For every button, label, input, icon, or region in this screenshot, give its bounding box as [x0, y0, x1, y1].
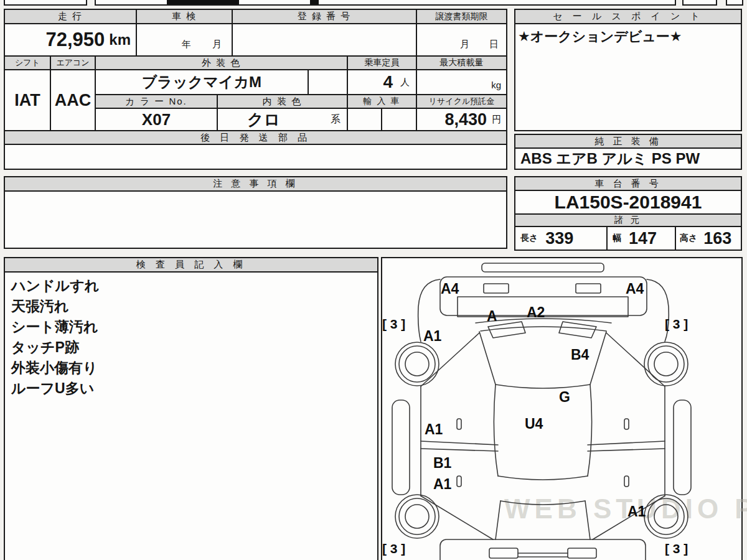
notes-box: 注 意 事 項 欄 [4, 176, 507, 249]
inspector-note-line: 外装小傷有り [11, 358, 371, 378]
interior-color-value: クロ [218, 109, 309, 130]
shift-value: IAT [5, 70, 51, 131]
later-parts-cell [5, 145, 506, 169]
transfer-deadline-cell: 月 日 [417, 24, 506, 57]
clipped-top-row-cell [4, 0, 87, 6]
clipped-top-row-cell [682, 0, 717, 6]
damage-label-g: G [559, 389, 570, 406]
side-sill-left [392, 400, 410, 495]
headlight-left [484, 284, 509, 293]
side-sill-right [674, 400, 691, 495]
headlight-right [576, 284, 601, 293]
sales-point-box: セ ー ル ス ポ イ ン ト ★オークションデビュー★ [514, 9, 742, 131]
wheel-front-left [405, 352, 429, 376]
rear-window [498, 476, 588, 505]
front-bumper-strip [482, 263, 604, 272]
spec-height-value: 163 [703, 229, 731, 248]
clipped-text-fragment [310, 0, 319, 4]
interior-color-cell: クロ 系 [218, 109, 348, 131]
sales-point-header: セ ー ル ス ポ イ ン ト [515, 10, 741, 24]
interior-color-header: 内 装 色 [218, 95, 348, 109]
capacity-unit: 人 [400, 77, 410, 88]
inspector-header: 検 査 員 記 入 欄 [5, 258, 377, 273]
mileage-unit: km [109, 31, 131, 49]
aircon-header: エアコン [51, 57, 96, 70]
wheel-front-left [395, 342, 439, 386]
damage-label-b4: B4 [571, 347, 589, 363]
wheel-front-right [644, 342, 688, 386]
taillight-right [568, 548, 596, 558]
damage-label-a: A [487, 308, 497, 325]
wheel-front-right [654, 352, 678, 376]
spec-width-cell: 幅 147 [608, 227, 676, 250]
spec-height-label: 高さ [680, 233, 697, 244]
color-no-value: X07 [96, 109, 218, 131]
corner-grade-front-right: [ 3 ] [665, 317, 688, 332]
clipped-top-row-cell [726, 0, 743, 6]
shaken-month-suffix: 月 [212, 39, 222, 50]
shift-header: シフト [5, 57, 51, 70]
wheel-front-left [399, 346, 435, 382]
cowl-panel-right [559, 322, 596, 338]
damage-label-u4: U4 [525, 416, 543, 432]
wheel-rear-right [644, 495, 688, 538]
recycle-fee-cell: 8,430 円 [417, 109, 506, 131]
wheel-rear-left [395, 495, 439, 538]
recycle-fee-value: 8,430 [444, 110, 487, 129]
damage-label-a2: A2 [527, 304, 545, 321]
capacity-header: 乗車定員 [348, 57, 417, 70]
hatch-sides [496, 501, 590, 539]
corner-grade-front-left: [ 3 ] [382, 317, 405, 332]
transfer-month-suffix: 月 [460, 39, 469, 50]
transfer-day-suffix: 日 [489, 39, 499, 50]
interior-color-suffix: 系 [331, 113, 341, 126]
front-fender-right [647, 279, 669, 342]
damage-label-b1: B1 [433, 455, 451, 472]
transfer-deadline-header: 譲渡書類期限 [417, 10, 506, 24]
door-handle [457, 476, 461, 487]
genuine-equipment-value: ABS エアB アルミ PS PW [515, 149, 741, 169]
inspector-note-line: ルーフU多い [11, 378, 371, 399]
sales-point-value: ★オークションデビュー★ [515, 24, 741, 130]
max-load-header: 最大積載量 [417, 57, 506, 70]
wheel-front-right [648, 346, 684, 382]
clipped-text-fragment [167, 0, 239, 4]
notes-cell [5, 192, 506, 248]
chassis-specs-box: 車 台 番 号 LA150S-2018941 諸 元 長さ 339 幅 147 … [514, 176, 742, 251]
door-handle [624, 419, 629, 429]
corner-grade-rear-right: [ 3 ] [665, 541, 688, 556]
wheel-rear-left [399, 498, 435, 534]
chassis-header: 車 台 番 号 [515, 177, 741, 191]
exterior-color-header: 外 装 色 [96, 57, 348, 70]
shaken-cell: 年 月 [137, 24, 233, 57]
import-subcell-1 [348, 109, 382, 131]
door-handle [624, 476, 629, 487]
import-subcell-2 [382, 109, 417, 131]
color-no-header: カ ラ ー No. [96, 95, 218, 109]
genuine-equipment-box: 純 正 装 備 ABS エアB アルミ PS PW [514, 134, 742, 170]
spec-width-label: 幅 [613, 233, 621, 244]
wheel-rear-left [405, 505, 429, 528]
wheel-rear-right [654, 505, 678, 528]
inspector-note-line: 天張汚れ [11, 296, 371, 317]
damage-label-a1-front-door: A1 [425, 421, 443, 438]
taillight-left [489, 548, 518, 558]
damage-label-a1-rear-door: A1 [433, 476, 451, 493]
spec-width-value: 147 [629, 229, 657, 248]
wheel-rear-right [648, 498, 684, 534]
damage-diagram-box: WEB STUDIO PRO [381, 257, 743, 560]
car-top-view-diagram [382, 258, 741, 560]
notes-header: 注 意 事 項 欄 [5, 177, 506, 192]
mileage-cell: 72,950 km [5, 24, 137, 57]
mileage-value: 72,950 [45, 29, 105, 51]
inspector-note-line: シート薄汚れ [11, 317, 371, 337]
spec-height-cell: 高さ 163 [676, 227, 741, 250]
chassis-value: LA150S-2018941 [515, 191, 741, 215]
registration-header: 登 録 番 号 [233, 10, 417, 24]
damage-label-a1-front-fender: A1 [423, 328, 441, 345]
inspector-note-line: タッチP跡 [11, 337, 371, 358]
clipped-top-row-cell [95, 0, 676, 6]
import-header: 輸 入 車 [348, 95, 417, 109]
shaken-year-suffix: 年 [182, 39, 191, 50]
capacity-cell: 4 人 [348, 70, 417, 95]
